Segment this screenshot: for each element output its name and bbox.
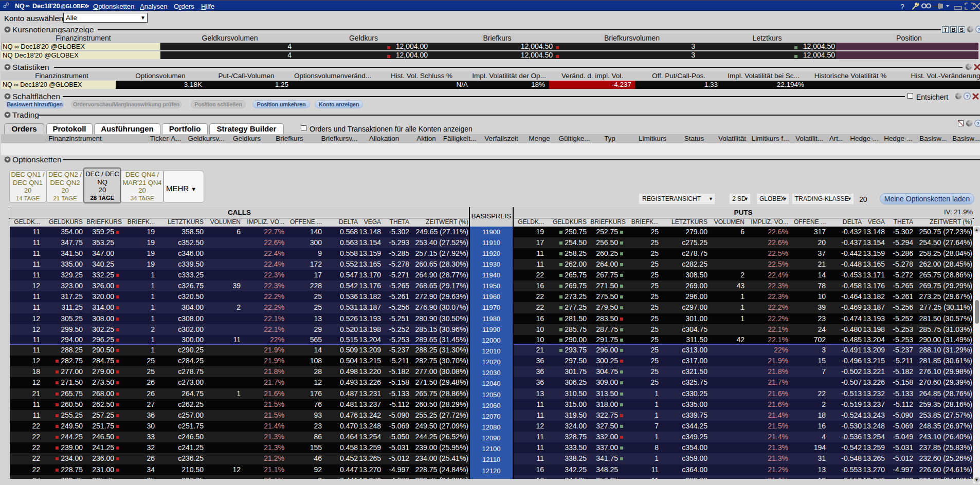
- svg-text:?: ?: [966, 94, 969, 99]
- svg-text:?: ?: [977, 27, 980, 32]
- svg-text:?: ?: [976, 121, 979, 126]
